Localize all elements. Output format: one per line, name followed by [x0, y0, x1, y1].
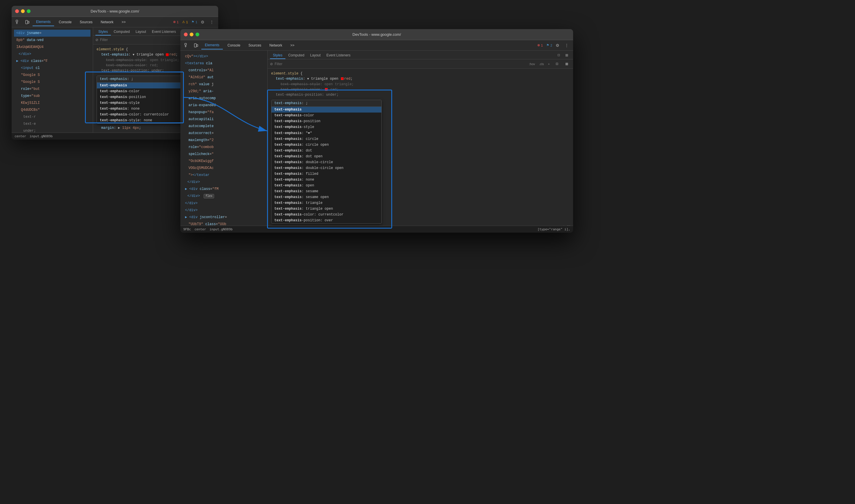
bg-maximize-button[interactable] [27, 9, 31, 13]
fg-autocomplete-item-4[interactable]: text-emphasis: "❤" [271, 130, 381, 136]
bg-close-button[interactable] [15, 9, 19, 13]
bg-autocomplete-item[interactable]: text-emphasis-color [97, 88, 190, 94]
dom-row[interactable]: maxlength="2 [183, 137, 265, 144]
dom-row[interactable]: </div> [14, 51, 90, 58]
fg-autocomplete-item-8[interactable]: text-emphasis: dot open [271, 154, 381, 159]
dom-row[interactable]: "UUbT9" class="UUb [183, 221, 265, 226]
dom-row[interactable]: role="but [14, 86, 90, 92]
fg-tab-network[interactable]: Network [266, 41, 286, 50]
dom-row[interactable]: type="sub [14, 92, 90, 100]
fg-autocomplete-item-3[interactable]: text-emphasis-style [271, 124, 381, 130]
bg-more-icon[interactable]: ⋮ [208, 18, 216, 26]
bg-tab-more[interactable]: >> [118, 18, 129, 26]
dom-row[interactable]: text-e [14, 121, 90, 127]
css-sub1[interactable]: text-emphasis-style: open triangle; [271, 82, 570, 87]
css-sub3[interactable]: text-emphasis-position: under; [271, 92, 570, 97]
dom-row[interactable]: KEwjS1ZLI [14, 100, 90, 106]
fg-tab-event-listeners[interactable]: Event Listeners [323, 52, 354, 59]
dom-row[interactable]: aria-expanded [183, 102, 265, 109]
bg-autocomplete-item[interactable]: text-emphasis-style [97, 100, 190, 106]
dom-row[interactable]: ▶ <div class="F [14, 58, 90, 65]
dom-row[interactable]: autocorrect= [183, 130, 265, 137]
dom-row[interactable]: </div> [183, 179, 265, 185]
fg-autocomplete-item-17[interactable]: text-emphasis: triangle open [271, 206, 381, 212]
dom-row[interactable]: ▶ <div class="fM [183, 185, 265, 193]
dom-row[interactable]: cQv"></div> [183, 53, 265, 60]
dom-row[interactable]: IAxUqWUEAHQU4 [14, 43, 90, 51]
dom-row[interactable]: autocomplete [183, 123, 265, 130]
fg-autocomplete-item-6[interactable]: text-emphasis: circle open [271, 142, 381, 148]
fg-filter-icon3[interactable]: ▦ [563, 60, 571, 68]
fg-autocomplete-item-2[interactable]: text-emphasis-position [271, 119, 381, 124]
bg-tab-sources[interactable]: Sources [76, 18, 96, 26]
dom-row[interactable]: "Alh6id" aut [183, 74, 265, 81]
dom-row[interactable]: haspopup="fa [183, 109, 265, 116]
bg-tab-network[interactable]: Network [97, 18, 117, 26]
dom-row[interactable]: rch" value j [183, 81, 265, 88]
fg-tab-elements[interactable]: Elements [201, 41, 223, 50]
bg-tab-console[interactable]: Console [55, 18, 75, 26]
fg-autocomplete-item-13[interactable]: text-emphasis: open [271, 183, 381, 188]
dom-row[interactable]: <div jsname= [14, 30, 90, 37]
fg-autocomplete-item-9[interactable]: text-emphasis: double-circle [271, 159, 381, 165]
fg-autocomplete-item-7[interactable]: text-emphasis: dot [271, 148, 381, 154]
bg-device-icon[interactable] [23, 18, 31, 26]
fg-tab-styles[interactable]: Styles [270, 52, 285, 59]
bg-autocomplete-input[interactable]: text-emphasis: ; [97, 76, 190, 83]
bg-autocomplete-item[interactable]: text-emphasis [97, 83, 190, 88]
dom-row[interactable]: "Google S [14, 72, 90, 78]
fg-cls-btn[interactable]: .cls [538, 62, 545, 66]
fg-autocomplete-item-11[interactable]: text-emphasis: filled [271, 171, 381, 177]
dom-row[interactable]: controls="Al [183, 67, 265, 74]
dom-row[interactable]: under; [14, 127, 90, 132]
bg-tab-computed[interactable]: Computed [111, 29, 133, 35]
fg-autocomplete-item-5[interactable]: text-emphasis: circle [271, 136, 381, 142]
bg-autocomplete-item[interactable]: text-emphasis-position [97, 94, 190, 100]
bg-inspect-icon[interactable] [14, 18, 22, 26]
css-sub2[interactable]: text-emphasis-color: red; [271, 87, 570, 92]
dom-row[interactable]: ▶ <div jscontroller= [183, 214, 265, 221]
bg-tab-layout[interactable]: Layout [133, 29, 149, 35]
fg-filter-icon2[interactable]: ⊡ [553, 60, 561, 68]
dom-row[interactable]: aria-autocomp [183, 95, 265, 102]
dom-row[interactable]: </div> flex [183, 193, 265, 200]
dom-row[interactable]: Q4dUDCBs" [14, 106, 90, 113]
dom-row[interactable]: <textarea cla [183, 60, 265, 67]
fg-tab-console[interactable]: Console [224, 41, 244, 50]
fg-filter-input[interactable] [274, 62, 526, 66]
fg-panel-icon2[interactable]: ▦ [563, 51, 571, 59]
bg-tab-styles[interactable]: Styles [95, 29, 111, 35]
bg-minimize-button[interactable] [21, 9, 25, 13]
dom-row[interactable]: "OcbUKEwiggf [183, 158, 265, 165]
bg-autocomplete-item[interactable]: text-emphasis-style: none [97, 118, 190, 123]
css-emphasis-line[interactable]: text-emphasis: ▼ triangle open red; [271, 76, 570, 82]
fg-close-button[interactable] [184, 33, 188, 36]
fg-autocomplete-item-10[interactable]: text-emphasis: double-circle open [271, 165, 381, 171]
bg-autocomplete-item[interactable]: text-emphasis: none [97, 106, 190, 112]
fg-autocomplete-item-1[interactable]: text-emphasis-color [271, 112, 381, 119]
fg-panel-icon1[interactable]: ⊡ [554, 51, 563, 59]
fg-inspect-icon[interactable] [183, 41, 191, 50]
fg-autocomplete-item-12[interactable]: text-emphasis: none [271, 177, 381, 183]
dom-row[interactable]: autocapitali [183, 116, 265, 123]
fg-tab-layout[interactable]: Layout [307, 52, 323, 59]
dom-row[interactable]: <input cl [14, 65, 90, 72]
bg-filter-input[interactable] [100, 38, 191, 42]
bg-autocomplete-item[interactable]: text-emphasis-color: currentcolor [97, 112, 190, 118]
dom-row[interactable]: text-r [14, 113, 90, 121]
fg-device-icon[interactable] [192, 41, 200, 50]
dom-row[interactable]: "></textar [183, 172, 265, 179]
fg-autocomplete-item-19[interactable]: text-emphasis-position: over [271, 218, 381, 223]
dom-row[interactable]: "Google S [14, 78, 90, 86]
fg-tab-computed[interactable]: Computed [285, 52, 307, 59]
dom-row[interactable]: role="combob [183, 144, 265, 151]
fg-autocomplete-item-15[interactable]: text-emphasis: sesame open [271, 194, 381, 200]
dom-row[interactable]: 8pb" data-ved [14, 37, 90, 43]
dom-row[interactable]: y29d;" aria- [183, 88, 265, 95]
bg-tab-elements[interactable]: Elements [33, 18, 54, 26]
dom-row[interactable]: VOGcQ5MUDCAc [183, 165, 265, 172]
fg-tab-more[interactable]: >> [287, 41, 298, 50]
dom-row[interactable]: </div> [183, 207, 265, 214]
bg-tab-event-listeners[interactable]: Event Listeners [149, 29, 179, 35]
dom-row[interactable]: spellcheck=" [183, 151, 265, 158]
